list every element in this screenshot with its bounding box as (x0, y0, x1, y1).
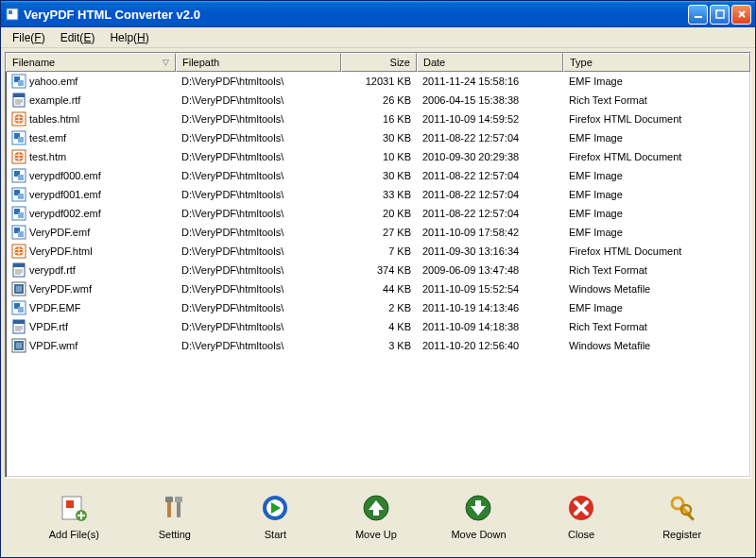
cell-filepath: D:\VeryPDF\htmltools\ (176, 205, 341, 222)
cell-filepath: D:\VeryPDF\htmltools\ (176, 92, 341, 109)
cell-filepath: D:\VeryPDF\htmltools\ (176, 129, 341, 146)
cell-size: 2 KB (341, 299, 417, 316)
move-down-button[interactable]: Move Down (443, 489, 513, 544)
cell-filename: VeryPDF.wmf (6, 280, 176, 297)
start-button[interactable]: Start (242, 489, 308, 544)
cell-date: 2011-11-24 15:58:16 (417, 73, 563, 90)
cell-type: Windows Metafile (563, 337, 750, 354)
cell-filename: test.emf (6, 129, 176, 146)
column-type[interactable]: Type (563, 53, 750, 72)
close-button[interactable] (731, 5, 751, 25)
setting-button[interactable]: Setting (142, 489, 208, 544)
cell-filename: VPDF.wmf (6, 337, 176, 354)
cell-filename: yahoo.emf (6, 73, 176, 90)
cell-filename: verypdf001.emf (6, 186, 176, 203)
close-label: Close (568, 529, 594, 540)
cell-filename: VeryPDF.emf (6, 224, 176, 241)
minimize-button[interactable] (688, 5, 708, 25)
close-icon (566, 493, 596, 523)
file-icon (11, 187, 26, 202)
start-icon (260, 493, 290, 523)
table-row[interactable]: VeryPDF.emfD:\VeryPDF\htmltools\27 KB201… (6, 223, 750, 242)
titlebar[interactable]: VeryPDF HTML Converter v2.0 (1, 1, 755, 27)
app-window: VeryPDF HTML Converter v2.0 File(F) Edit… (0, 0, 756, 558)
file-list[interactable]: Filename▽ Filepath Size Date Type yahoo.… (5, 52, 751, 478)
cell-filepath: D:\VeryPDF\htmltools\ (176, 224, 341, 241)
cell-size: 4 KB (341, 318, 417, 335)
file-icon (11, 111, 26, 127)
move-down-label: Move Down (451, 529, 506, 540)
cell-filepath: D:\VeryPDF\htmltools\ (176, 337, 341, 354)
svg-rect-62 (165, 497, 173, 502)
cell-filepath: D:\VeryPDF\htmltools\ (176, 167, 341, 184)
table-row[interactable]: example.rtfD:\VeryPDF\htmltools\26 KB200… (6, 91, 750, 110)
window-controls (688, 5, 751, 25)
cell-type: EMF Image (563, 129, 750, 146)
svg-rect-3 (716, 10, 724, 18)
cell-size: 26 KB (341, 92, 417, 109)
cell-type: EMF Image (563, 205, 750, 222)
cell-date: 2011-08-22 12:57:04 (417, 205, 563, 222)
menu-file[interactable]: File(F) (5, 29, 53, 46)
cell-type: EMF Image (563, 299, 750, 316)
cell-size: 30 KB (341, 167, 417, 184)
column-filepath[interactable]: Filepath (176, 53, 341, 72)
file-icon (11, 149, 26, 164)
cell-filename: VeryPDF.html (6, 243, 176, 260)
cell-size: 16 KB (341, 110, 417, 127)
cell-filepath: D:\VeryPDF\htmltools\ (176, 186, 341, 203)
add-files-icon (59, 493, 89, 523)
svg-rect-40 (13, 263, 25, 267)
table-row[interactable]: verypdf002.emfD:\VeryPDF\htmltools\20 KB… (6, 204, 750, 223)
setting-label: Setting (159, 529, 191, 540)
table-row[interactable]: verypdf001.emfD:\VeryPDF\htmltools\33 KB… (6, 185, 750, 204)
cell-size: 33 KB (341, 186, 417, 203)
cell-filepath: D:\VeryPDF\htmltools\ (176, 318, 341, 335)
file-icon (11, 244, 26, 259)
svg-rect-46 (16, 286, 22, 292)
table-row[interactable]: tables.htmlD:\VeryPDF\htmltools\16 KB201… (6, 110, 750, 128)
menubar: File(F) Edit(E) Help(H) (1, 27, 755, 48)
cell-date: 2010-09-30 20:29:38 (417, 148, 563, 165)
table-row[interactable]: test.htmD:\VeryPDF\htmltools\10 KB2010-0… (6, 147, 750, 166)
cell-filepath: D:\VeryPDF\htmltools\ (176, 110, 341, 127)
cell-date: 2011-09-30 13:16:34 (417, 243, 563, 260)
table-row[interactable]: VPDF.rtfD:\VeryPDF\htmltools\4 KB2011-10… (6, 317, 750, 336)
cell-type: Firefox HTML Document (563, 243, 750, 260)
cell-date: 2011-10-19 14:13:46 (417, 299, 563, 316)
cell-size: 20 KB (341, 205, 417, 222)
cell-date: 2011-08-22 12:57:04 (417, 186, 563, 203)
close-app-button[interactable]: Close (548, 489, 614, 544)
table-row[interactable]: VPDF.wmfD:\VeryPDF\htmltools\3 KB2011-10… (6, 336, 750, 355)
maximize-button[interactable] (710, 5, 730, 25)
cell-date: 2006-04-15 15:38:38 (417, 92, 563, 109)
file-icon (11, 93, 26, 108)
move-up-button[interactable]: Move Up (343, 489, 409, 544)
table-row[interactable]: yahoo.emfD:\VeryPDF\htmltools\12031 KB20… (6, 72, 750, 91)
menu-edit[interactable]: Edit(E) (53, 29, 103, 46)
cell-size: 44 KB (341, 280, 417, 297)
table-row[interactable]: VPDF.EMFD:\VeryPDF\htmltools\2 KB2011-10… (6, 298, 750, 317)
add-files-button[interactable]: Add File(s) (41, 489, 107, 544)
table-row[interactable]: VeryPDF.wmfD:\VeryPDF\htmltools\44 KB201… (6, 279, 750, 298)
cell-type: Firefox HTML Document (563, 110, 750, 127)
cell-size: 30 KB (341, 129, 417, 146)
setting-icon (160, 493, 190, 523)
cell-size: 7 KB (341, 243, 417, 260)
menu-help[interactable]: Help(H) (102, 29, 156, 46)
column-filename[interactable]: Filename▽ (6, 53, 176, 72)
table-row[interactable]: VeryPDF.htmlD:\VeryPDF\htmltools\7 KB201… (6, 242, 750, 261)
svg-rect-59 (66, 500, 74, 508)
table-row[interactable]: verypdf000.emfD:\VeryPDF\htmltools\30 KB… (6, 166, 750, 185)
column-size[interactable]: Size (341, 53, 417, 72)
cell-filename: verypdf002.emf (6, 205, 176, 222)
cell-date: 2011-08-22 12:57:04 (417, 129, 563, 146)
register-button[interactable]: Register (649, 489, 715, 544)
column-date[interactable]: Date (417, 53, 563, 72)
svg-rect-6 (18, 80, 24, 86)
start-label: Start (265, 529, 286, 540)
table-row[interactable]: test.emfD:\VeryPDF\htmltools\30 KB2011-0… (6, 128, 750, 147)
svg-rect-28 (18, 194, 24, 199)
svg-rect-51 (13, 320, 25, 324)
table-row[interactable]: verypdf.rtfD:\VeryPDF\htmltools\374 KB20… (6, 261, 750, 279)
